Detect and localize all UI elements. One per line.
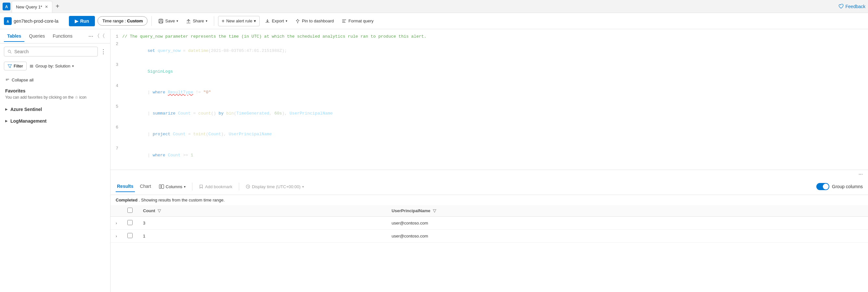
tab-close-icon[interactable]: ✕	[45, 5, 48, 9]
export-icon	[265, 19, 270, 24]
user-header: UserPrincipalName ▽	[386, 205, 868, 217]
save-label: Save	[165, 19, 175, 23]
search-box[interactable]	[4, 47, 98, 57]
filter-icon	[7, 64, 12, 68]
status-description: . Showing results from the custom time r…	[139, 197, 224, 203]
alert-chevron-icon: ▾	[254, 19, 256, 23]
line-num-5: 5	[111, 104, 122, 123]
sidebar-collapse-button[interactable]: 〈〈	[93, 33, 106, 40]
bookmark-icon	[199, 184, 204, 189]
pin-button[interactable]: Pin to dashboard	[292, 16, 336, 26]
search-input[interactable]	[14, 49, 94, 54]
table-row: › 1 user@contoso.com	[111, 230, 868, 243]
line-num-3: 3	[111, 62, 122, 82]
feedback-button[interactable]: Feedback	[838, 4, 865, 9]
plus-icon: +	[222, 18, 224, 24]
favorites-title: Favorites	[5, 88, 105, 94]
ellipsis-menu[interactable]: ···	[111, 170, 868, 178]
format-button[interactable]: Format query	[339, 16, 376, 26]
status-bar: Completed . Showing results from the cus…	[111, 195, 868, 205]
status-text: Completed	[116, 197, 137, 203]
svg-marker-13	[8, 65, 12, 68]
search-row: ⋮	[0, 43, 110, 60]
feedback-label: Feedback	[845, 4, 865, 9]
bookmark-label: Add bookmark	[205, 184, 232, 189]
run-label: Run	[80, 19, 89, 24]
search-icon	[7, 49, 12, 54]
sidebar-more-button[interactable]: ···	[88, 33, 93, 40]
code-line-2: 2 set query_now = datetime(2021-08-03T05…	[111, 41, 868, 61]
filter-button[interactable]: Filter	[4, 62, 27, 70]
count-header-label: Count	[143, 208, 155, 213]
favorites-description: You can add favorites by clicking on the…	[5, 95, 105, 100]
time-chevron-icon: ▾	[302, 185, 304, 188]
line-num-7: 7	[111, 145, 122, 166]
collapse-all-button[interactable]: Collapse all	[0, 75, 39, 85]
columns-chevron-icon: ▾	[184, 185, 186, 188]
sidebar-tab-tables[interactable]: Tables	[4, 31, 24, 42]
select-all-checkbox[interactable]	[127, 208, 132, 213]
expand-row-1-button[interactable]: ›	[116, 221, 117, 225]
row-2-checkbox[interactable]	[127, 233, 132, 238]
line-num-2: 2	[111, 41, 122, 61]
sidebar-item-log-management[interactable]: ▶ LogManagement	[0, 115, 110, 127]
group-icon	[29, 64, 34, 68]
group-columns-switch[interactable]	[816, 183, 829, 190]
code-editor[interactable]: 1 // The query_now parameter represents …	[111, 29, 868, 170]
sidebar: Tables Queries Functions ··· 〈〈 ⋮ Filter…	[0, 29, 111, 292]
code-line-5: 5 | summarize Count = count() by bin(Tim…	[111, 103, 868, 124]
results-table: Count ▽ UserPrincipalName ▽	[111, 205, 868, 292]
expand-row-2-button[interactable]: ›	[116, 234, 117, 239]
log-management-expand-icon: ▶	[5, 119, 8, 123]
user-cell-1: user@contoso.com	[386, 217, 868, 230]
export-button[interactable]: Export ▾	[262, 16, 290, 26]
play-icon: ▶	[75, 19, 78, 24]
search-more-button[interactable]: ⋮	[100, 48, 106, 55]
results-tab-results[interactable]: Results	[116, 181, 135, 192]
group-by-label: Group by: Solution	[35, 64, 70, 68]
save-button[interactable]: Save ▾	[156, 16, 181, 26]
share-button[interactable]: Share ▾	[183, 16, 210, 26]
run-button[interactable]: ▶ Run	[69, 16, 95, 26]
display-time-button[interactable]: Display time (UTC+00:00) ▾	[243, 183, 306, 191]
line-content-2: set query_now = datetime(2021-08-03T05:4…	[122, 41, 868, 61]
pin-icon	[295, 19, 300, 24]
export-chevron-icon: ▾	[286, 19, 287, 23]
main-layout: Tables Queries Functions ··· 〈〈 ⋮ Filter…	[0, 29, 868, 292]
row-1-checkbox[interactable]	[127, 220, 132, 225]
columns-button[interactable]: Columns ▾	[156, 182, 188, 191]
user-filter-icon[interactable]: ▽	[433, 208, 436, 213]
collapse-all-label: Collapse all	[12, 78, 33, 82]
count-filter-icon[interactable]: ▽	[158, 208, 161, 213]
count-cell-2: 1	[138, 230, 386, 243]
line-num-4: 4	[111, 83, 122, 103]
add-bookmark-button[interactable]: Add bookmark	[196, 183, 235, 191]
sidebar-tab-functions[interactable]: Functions	[50, 31, 76, 42]
add-tab-button[interactable]: +	[53, 3, 62, 10]
workspace-name: gen7tech-prod-core-la	[14, 19, 59, 24]
expand-cell-1: ›	[111, 217, 122, 230]
results-tab-chart[interactable]: Chart	[139, 181, 152, 192]
user-header-label: UserPrincipalName	[392, 208, 430, 213]
export-label: Export	[272, 19, 284, 23]
share-chevron-icon: ▾	[206, 19, 207, 23]
svg-text:A: A	[5, 5, 8, 9]
svg-point-11	[8, 50, 10, 52]
clock-icon	[246, 184, 250, 189]
code-line-3: 3 SigninLogs	[111, 61, 868, 82]
log-management-label: LogManagement	[10, 118, 46, 123]
svg-rect-6	[160, 22, 162, 23]
tab-label: New Query 1*	[16, 5, 42, 9]
count-header: Count ▽	[138, 205, 386, 217]
time-range-button[interactable]: Time range : Custom	[97, 16, 148, 26]
sidebar-item-azure-sentinel[interactable]: ▶ Azure Sentinel	[0, 104, 110, 115]
columns-label: Columns	[166, 184, 182, 189]
active-tab[interactable]: New Query 1* ✕	[12, 1, 52, 13]
sidebar-tab-queries[interactable]: Queries	[26, 31, 48, 42]
tab-bar: A New Query 1* ✕ + Feedback	[0, 0, 868, 13]
group-chevron-icon: ▾	[72, 64, 74, 68]
group-by-button[interactable]: Group by: Solution ▾	[29, 64, 74, 68]
new-alert-button[interactable]: + New alert rule ▾	[218, 16, 260, 26]
filter-row: Filter Group by: Solution ▾	[0, 60, 110, 72]
heart-icon	[838, 4, 844, 9]
